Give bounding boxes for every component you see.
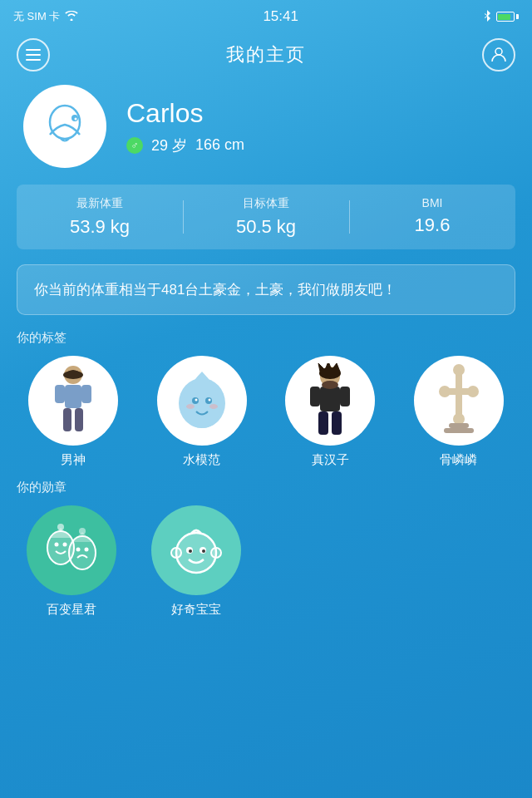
- age-text: 29 岁: [151, 135, 187, 155]
- battery-icon: [496, 12, 519, 22]
- svg-rect-36: [444, 428, 474, 433]
- stat-bmi-label: BMI: [349, 196, 515, 209]
- badges-section-label: 你的勋章: [0, 480, 532, 505]
- svg-rect-12: [75, 408, 83, 431]
- tag-circle-mannequin: [28, 356, 118, 446]
- tag-name-1: 水模范: [183, 452, 220, 468]
- profile-button[interactable]: [482, 38, 515, 71]
- badge-item-chameleon: 百变星君: [13, 505, 130, 618]
- svg-rect-0: [26, 49, 41, 51]
- svg-point-51: [202, 549, 205, 553]
- svg-point-34: [453, 413, 465, 425]
- svg-point-46: [171, 548, 181, 558]
- svg-rect-9: [55, 385, 65, 403]
- tag-item-water: 水模范: [142, 356, 263, 468]
- svg-point-3: [495, 48, 502, 55]
- avatar: [23, 85, 106, 168]
- svg-point-41: [76, 548, 81, 552]
- stats-section: 最新体重 53.9 kg 目标体重 50.5 kg BMI 19.6: [17, 185, 515, 249]
- svg-rect-2: [26, 59, 41, 61]
- svg-point-6: [75, 118, 77, 121]
- badge-item-curious: 好奇宝宝: [138, 505, 254, 618]
- svg-rect-11: [63, 408, 71, 431]
- svg-rect-23: [310, 387, 320, 406]
- message-box: 你当前的体重相当于481台土豪金，土豪，我们做朋友吧！: [17, 264, 515, 315]
- tag-circle-hero: [285, 356, 375, 446]
- stat-target-weight-value: 50.5 kg: [183, 216, 349, 238]
- svg-point-40: [63, 543, 67, 547]
- profile-info: Carlos ♂ 29 岁 166 cm: [126, 98, 509, 155]
- stat-latest-weight: 最新体重 53.9 kg: [17, 196, 183, 238]
- svg-rect-8: [65, 385, 81, 408]
- svg-rect-32: [456, 372, 462, 417]
- profile-meta: ♂ 29 岁 166 cm: [126, 135, 509, 155]
- gender-indicator: ♂: [126, 137, 143, 154]
- stat-target-weight-label: 目标体重: [183, 196, 349, 211]
- tag-item-mannequin: 男神: [13, 356, 134, 468]
- menu-button[interactable]: [17, 38, 50, 71]
- badges-row: 百变星君 好奇宝宝: [0, 505, 532, 618]
- svg-rect-22: [320, 387, 340, 411]
- svg-point-50: [189, 549, 192, 553]
- svg-point-28: [322, 381, 338, 389]
- tag-item-bony: 骨嶙嶙: [399, 356, 520, 468]
- svg-point-45: [176, 533, 216, 573]
- page-title: 我的主页: [226, 42, 306, 67]
- carrier-text: 无 SIM 卡: [13, 9, 60, 24]
- stat-bmi-value: 19.6: [349, 214, 515, 236]
- stat-latest-weight-label: 最新体重: [17, 196, 183, 211]
- svg-point-30: [439, 386, 451, 397]
- badge-circle-chameleon: [27, 505, 116, 595]
- svg-point-47: [211, 548, 221, 558]
- svg-point-17: [195, 399, 197, 401]
- svg-rect-35: [449, 423, 469, 428]
- tags-row: 男神 水模范: [0, 356, 532, 468]
- wifi-icon: [65, 11, 78, 23]
- stat-latest-weight-value: 53.9 kg: [17, 216, 183, 238]
- badge-name-1: 好奇宝宝: [171, 602, 221, 618]
- height-text: 166 cm: [195, 136, 244, 154]
- status-time: 15:41: [263, 8, 298, 25]
- message-text: 你当前的体重相当于481台土豪金，土豪，我们做朋友吧！: [34, 282, 397, 298]
- tag-name-0: 男神: [61, 452, 86, 468]
- user-name: Carlos: [126, 98, 509, 129]
- svg-point-44: [79, 528, 86, 534]
- profile-section: Carlos ♂ 29 岁 166 cm: [0, 76, 532, 185]
- tag-circle-bony: [414, 356, 504, 446]
- stat-bmi: BMI 19.6: [349, 196, 515, 238]
- tag-name-2: 真汉子: [312, 452, 349, 468]
- svg-point-13: [63, 371, 83, 379]
- svg-point-31: [467, 386, 479, 397]
- svg-point-4: [50, 106, 80, 139]
- tag-circle-water: [157, 356, 247, 446]
- svg-rect-1: [26, 54, 41, 56]
- svg-point-20: [209, 404, 218, 409]
- svg-point-33: [453, 364, 465, 376]
- gender-symbol: ♂: [131, 140, 139, 151]
- tag-item-hero: 真汉子: [270, 356, 391, 468]
- svg-point-42: [85, 548, 89, 552]
- nav-bar: 我的主页: [0, 33, 532, 76]
- svg-point-39: [55, 543, 59, 547]
- status-left: 无 SIM 卡: [13, 9, 78, 24]
- svg-point-27: [319, 367, 341, 379]
- tag-name-3: 骨嶙嶙: [440, 452, 477, 468]
- svg-rect-24: [340, 387, 350, 406]
- svg-point-19: [186, 404, 195, 409]
- badge-name-0: 百变星君: [47, 602, 96, 618]
- bluetooth-icon: [483, 10, 491, 24]
- svg-rect-10: [81, 385, 91, 403]
- svg-rect-25: [318, 411, 328, 435]
- stat-target-weight: 目标体重 50.5 kg: [183, 196, 349, 238]
- svg-point-18: [208, 399, 210, 401]
- badge-circle-curious: [151, 505, 241, 595]
- svg-point-43: [57, 524, 64, 530]
- svg-rect-26: [332, 411, 342, 435]
- status-right: [483, 10, 519, 24]
- tags-section-label: 你的标签: [0, 330, 532, 356]
- status-bar: 无 SIM 卡 15:41: [0, 0, 532, 33]
